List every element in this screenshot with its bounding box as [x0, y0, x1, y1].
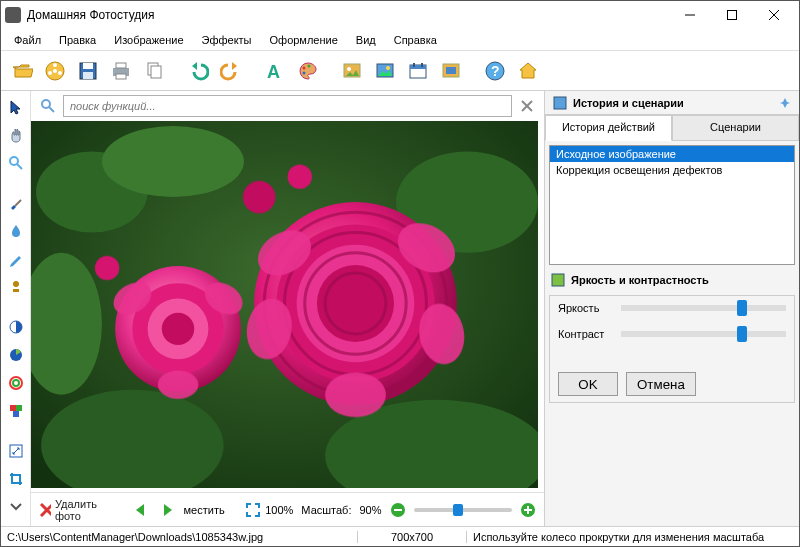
menu-help[interactable]: Справка	[385, 32, 446, 48]
calendar-button[interactable]	[403, 56, 433, 86]
brightness-thumb[interactable]	[737, 300, 747, 316]
frames-button[interactable]	[370, 56, 400, 86]
film-icon	[44, 60, 66, 82]
search-input[interactable]	[63, 95, 512, 117]
tab-scenarios[interactable]: Сценарии	[672, 115, 799, 141]
contrast-slider[interactable]	[621, 331, 786, 337]
pin-icon[interactable]	[779, 97, 791, 109]
svg-rect-42	[10, 405, 16, 411]
svg-text:?: ?	[491, 63, 500, 79]
redo-icon	[220, 60, 242, 82]
help-button[interactable]: ?	[480, 56, 510, 86]
search-clear-button[interactable]	[516, 95, 538, 117]
slideshow-button[interactable]	[337, 56, 367, 86]
svg-rect-26	[410, 65, 426, 69]
arrow-right-icon	[158, 502, 176, 518]
cancel-button[interactable]: Отмена	[626, 372, 696, 396]
brush-tool[interactable]	[4, 191, 28, 215]
tab-history[interactable]: История действий	[545, 115, 672, 141]
ok-button[interactable]: OK	[558, 372, 618, 396]
help-icon: ?	[484, 60, 506, 82]
move-label: местить	[184, 504, 225, 516]
svg-point-46	[42, 100, 50, 108]
zoom-slider[interactable]	[414, 508, 512, 512]
crop-icon	[8, 471, 24, 487]
panel-icon	[551, 273, 565, 287]
picture-icon	[341, 60, 363, 82]
svg-point-19	[303, 71, 306, 74]
catalog-button[interactable]	[40, 56, 70, 86]
maximize-icon	[727, 10, 737, 20]
svg-point-6	[53, 63, 57, 67]
title-bar: Домашняя Фотостудия	[1, 1, 799, 29]
resize-icon	[8, 443, 24, 459]
menu-edit[interactable]: Правка	[50, 32, 105, 48]
next-button[interactable]	[158, 502, 176, 518]
contrast-icon	[8, 319, 24, 335]
image-canvas[interactable]	[31, 121, 538, 488]
zoom-slider-thumb[interactable]	[453, 504, 463, 516]
pointer-tool[interactable]	[4, 95, 28, 119]
center-pane: Удалить фото местить 100% Масштаб: 90%	[31, 91, 544, 526]
rgb-icon	[8, 403, 24, 419]
tool-sidebar	[1, 91, 31, 526]
redo-button[interactable]	[216, 56, 246, 86]
hand-tool[interactable]	[4, 123, 28, 147]
svg-rect-88	[552, 274, 564, 286]
minimize-button[interactable]	[669, 2, 711, 28]
zoom-out-button[interactable]	[390, 502, 406, 518]
open-button[interactable]	[7, 56, 37, 86]
menu-image[interactable]: Изображение	[105, 32, 192, 48]
crop-tool[interactable]	[4, 467, 28, 491]
levels-tool[interactable]	[4, 343, 28, 367]
drop-icon	[8, 223, 24, 239]
hue-tool[interactable]	[4, 371, 28, 395]
delete-photo-button[interactable]: Удалить фото	[39, 498, 108, 522]
svg-point-8	[58, 71, 62, 75]
fit-button[interactable]: 100%	[245, 502, 293, 518]
print-button[interactable]	[106, 56, 136, 86]
drop-tool[interactable]	[4, 219, 28, 243]
zoom-in-button[interactable]	[520, 502, 536, 518]
resize-tool[interactable]	[4, 439, 28, 463]
collage-button[interactable]	[436, 56, 466, 86]
fit-icon	[245, 502, 261, 518]
save-button[interactable]	[73, 56, 103, 86]
text-button[interactable]: A	[260, 56, 290, 86]
rgb-tool[interactable]	[4, 399, 28, 423]
undo-button[interactable]	[183, 56, 213, 86]
brightness-slider[interactable]	[621, 305, 786, 311]
history-item[interactable]: Исходное изображение	[550, 146, 794, 162]
prev-button[interactable]	[132, 502, 150, 518]
svg-rect-44	[13, 411, 19, 417]
more-tool[interactable]	[4, 495, 28, 519]
svg-point-79	[95, 256, 119, 280]
svg-rect-37	[13, 289, 19, 292]
menu-decor[interactable]: Оформление	[261, 32, 347, 48]
stamp-tool[interactable]	[4, 275, 28, 299]
folder-open-icon	[11, 60, 33, 82]
pen-tool[interactable]	[4, 247, 28, 271]
svg-point-5	[53, 69, 57, 73]
arrow-left-icon	[132, 502, 150, 518]
history-item[interactable]: Коррекция освещения дефектов	[550, 162, 794, 178]
menu-effects[interactable]: Эффекты	[193, 32, 261, 48]
text-a-icon: A	[264, 60, 286, 82]
zoom-value: 90%	[359, 504, 381, 516]
pie-icon	[8, 347, 24, 363]
palette-button[interactable]	[293, 56, 323, 86]
copies-button[interactable]	[139, 56, 169, 86]
close-button[interactable]	[753, 2, 795, 28]
history-tabs: История действий Сценарии	[545, 115, 799, 141]
search-row	[31, 91, 544, 121]
home-button[interactable]	[513, 56, 543, 86]
contrast-tool[interactable]	[4, 315, 28, 339]
svg-point-41	[13, 380, 19, 386]
menu-view[interactable]: Вид	[347, 32, 385, 48]
maximize-button[interactable]	[711, 2, 753, 28]
contrast-thumb[interactable]	[737, 326, 747, 342]
zoom-tool[interactable]	[4, 151, 28, 175]
menu-file[interactable]: Файл	[5, 32, 50, 48]
photo-content	[31, 121, 538, 488]
frames-icon	[374, 60, 396, 82]
